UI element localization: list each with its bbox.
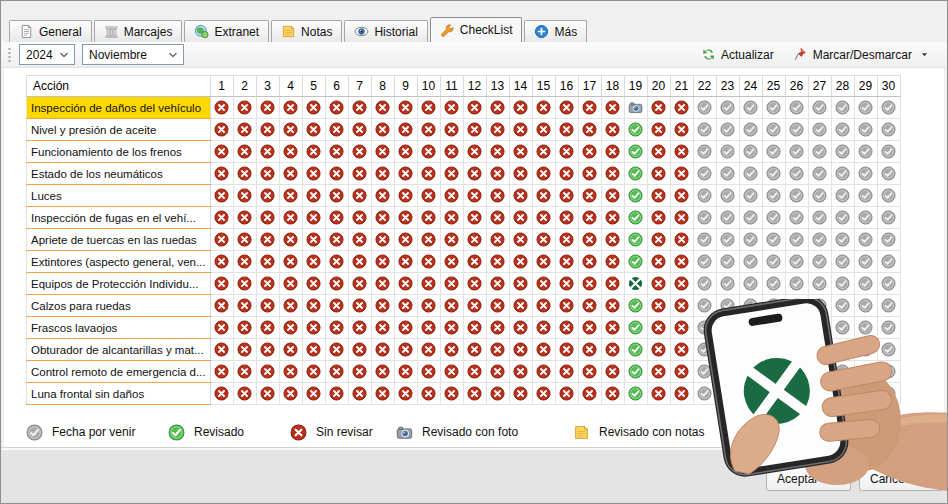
- check-cell[interactable]: [440, 317, 463, 339]
- check-cell[interactable]: [601, 317, 624, 339]
- check-cell[interactable]: [394, 339, 417, 361]
- check-cell[interactable]: [371, 163, 394, 185]
- check-cell[interactable]: [739, 141, 762, 163]
- check-cell[interactable]: [555, 295, 578, 317]
- toolbar-grip-handle[interactable]: [7, 47, 12, 63]
- check-cell[interactable]: [463, 317, 486, 339]
- tab-marcajes[interactable]: Marcajes: [94, 20, 183, 42]
- check-cell[interactable]: [555, 251, 578, 273]
- check-cell[interactable]: [601, 229, 624, 251]
- check-cell[interactable]: [509, 141, 532, 163]
- check-cell[interactable]: [325, 339, 348, 361]
- check-cell[interactable]: [440, 97, 463, 119]
- check-cell[interactable]: [509, 383, 532, 405]
- check-cell[interactable]: [440, 163, 463, 185]
- check-cell[interactable]: [877, 97, 900, 119]
- check-cell[interactable]: [532, 361, 555, 383]
- check-cell[interactable]: [785, 141, 808, 163]
- check-cell[interactable]: [578, 185, 601, 207]
- check-cell[interactable]: [555, 229, 578, 251]
- check-cell[interactable]: [578, 273, 601, 295]
- check-cell[interactable]: [578, 295, 601, 317]
- check-cell[interactable]: [210, 273, 233, 295]
- check-cell[interactable]: [463, 207, 486, 229]
- check-cell[interactable]: [854, 251, 877, 273]
- check-cell[interactable]: [532, 295, 555, 317]
- check-cell[interactable]: [762, 119, 785, 141]
- check-cell[interactable]: [417, 97, 440, 119]
- check-cell[interactable]: [716, 163, 739, 185]
- check-cell[interactable]: [716, 207, 739, 229]
- check-cell[interactable]: [509, 97, 532, 119]
- check-cell[interactable]: [808, 207, 831, 229]
- check-cell[interactable]: [302, 97, 325, 119]
- check-cell[interactable]: [854, 97, 877, 119]
- tab-historial[interactable]: Historial: [344, 20, 427, 42]
- check-cell[interactable]: [762, 207, 785, 229]
- check-cell[interactable]: [210, 339, 233, 361]
- check-cell[interactable]: [854, 163, 877, 185]
- check-cell[interactable]: [647, 295, 670, 317]
- check-cell[interactable]: [486, 185, 509, 207]
- check-cell[interactable]: [463, 97, 486, 119]
- check-cell[interactable]: [325, 361, 348, 383]
- check-cell[interactable]: [693, 251, 716, 273]
- check-cell[interactable]: [256, 317, 279, 339]
- action-row-label[interactable]: Control remoto de emergencia d...: [27, 361, 211, 383]
- tab-general[interactable]: General: [9, 20, 92, 42]
- check-cell[interactable]: [670, 163, 693, 185]
- action-row-label[interactable]: Obturador de alcantarillas y mat...: [27, 339, 211, 361]
- check-cell[interactable]: [762, 185, 785, 207]
- check-cell[interactable]: [601, 295, 624, 317]
- check-cell[interactable]: [578, 207, 601, 229]
- check-cell[interactable]: [233, 251, 256, 273]
- check-cell[interactable]: [440, 229, 463, 251]
- check-cell[interactable]: [348, 295, 371, 317]
- action-row-label[interactable]: Extintores (aspecto general, ven...: [27, 251, 211, 273]
- check-cell[interactable]: [624, 361, 647, 383]
- check-cell[interactable]: [463, 185, 486, 207]
- check-cell[interactable]: [256, 207, 279, 229]
- check-cell[interactable]: [601, 339, 624, 361]
- check-cell[interactable]: [785, 97, 808, 119]
- check-cell[interactable]: [601, 185, 624, 207]
- check-cell[interactable]: [624, 251, 647, 273]
- check-cell[interactable]: [854, 273, 877, 295]
- check-cell[interactable]: [440, 361, 463, 383]
- check-cell[interactable]: [256, 119, 279, 141]
- action-row-label[interactable]: Luna frontal sin daños: [27, 383, 211, 405]
- check-cell[interactable]: [486, 163, 509, 185]
- check-cell[interactable]: [371, 295, 394, 317]
- check-cell[interactable]: [877, 119, 900, 141]
- check-cell[interactable]: [417, 339, 440, 361]
- check-cell[interactable]: [877, 141, 900, 163]
- action-row-label[interactable]: Funcionamiento de los frenos: [27, 141, 211, 163]
- check-cell[interactable]: [831, 141, 854, 163]
- check-cell[interactable]: [555, 119, 578, 141]
- check-cell[interactable]: [624, 339, 647, 361]
- check-cell[interactable]: [302, 207, 325, 229]
- check-cell[interactable]: [348, 317, 371, 339]
- check-cell[interactable]: [233, 119, 256, 141]
- check-cell[interactable]: [647, 251, 670, 273]
- check-cell[interactable]: [831, 273, 854, 295]
- action-row-label[interactable]: Apriete de tuercas en las ruedas: [27, 229, 211, 251]
- check-cell[interactable]: [509, 317, 532, 339]
- check-cell[interactable]: [233, 273, 256, 295]
- check-cell[interactable]: [279, 119, 302, 141]
- check-cell[interactable]: [578, 119, 601, 141]
- check-cell[interactable]: [647, 141, 670, 163]
- check-cell[interactable]: [210, 317, 233, 339]
- check-cell[interactable]: [463, 361, 486, 383]
- year-select[interactable]: 2024: [19, 44, 75, 65]
- check-cell[interactable]: [670, 119, 693, 141]
- check-cell[interactable]: [302, 273, 325, 295]
- check-cell[interactable]: [808, 141, 831, 163]
- check-cell[interactable]: [670, 229, 693, 251]
- check-cell[interactable]: [394, 207, 417, 229]
- check-cell[interactable]: [463, 163, 486, 185]
- check-cell[interactable]: [578, 97, 601, 119]
- month-select[interactable]: Noviembre: [82, 44, 184, 65]
- check-cell[interactable]: [739, 163, 762, 185]
- check-cell[interactable]: [670, 185, 693, 207]
